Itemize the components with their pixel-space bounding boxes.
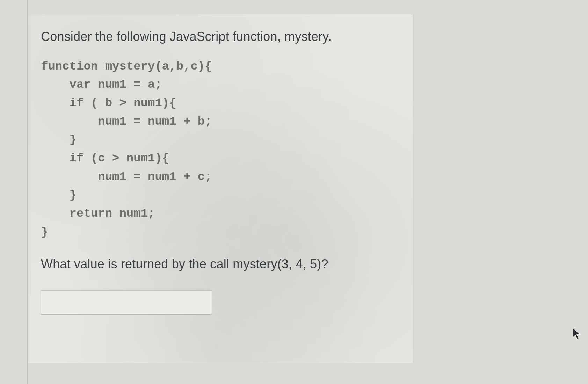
cursor-icon (572, 327, 582, 340)
answer-input[interactable] (41, 290, 212, 315)
question-intro-text: Consider the following JavaScript functi… (41, 28, 400, 45)
question-prompt-text: What value is returned by the call myste… (41, 256, 400, 273)
question-card: Consider the following JavaScript functi… (28, 14, 413, 363)
code-block: function mystery(a,b,c){ var num1 = a; i… (41, 57, 400, 241)
